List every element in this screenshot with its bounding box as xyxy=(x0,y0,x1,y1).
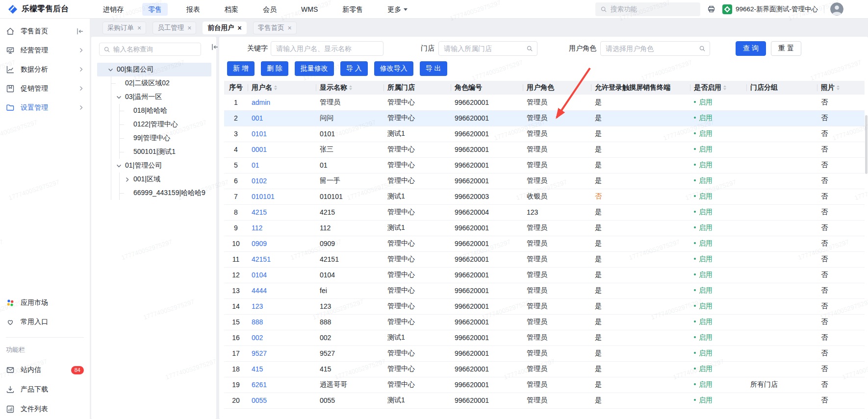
chevron-right-icon[interactable] xyxy=(125,177,133,182)
table-row[interactable]: 9 112 112 测试1 996620001 管理员 是 启用 否 xyxy=(224,220,865,236)
table-row[interactable]: 15 888 888 管理中心 996620001 管理员 是 启用 否 xyxy=(224,314,865,330)
reset-button[interactable]: 重 置 xyxy=(771,41,801,56)
username-link[interactable]: 0001 xyxy=(252,146,267,153)
table-row[interactable]: 14 123 123 管理中心 996620001 管理员 是 启用 否 xyxy=(224,298,865,314)
table-row[interactable]: 5 01 01 管理中心 996620001 管理员 是 启用 否 xyxy=(224,157,865,173)
tree-search[interactable] xyxy=(99,43,201,56)
table-row[interactable]: 18 415 415 管理中心 996620001 管理员 是 启用 否 xyxy=(224,361,865,377)
tree-node-1[interactable]: 02|二级区域02 xyxy=(97,76,211,90)
sort-icon[interactable] xyxy=(837,84,840,92)
username-link[interactable]: 01 xyxy=(252,161,259,169)
tab-0[interactable]: 采购订单× xyxy=(102,22,146,34)
action-button-1[interactable]: 删 除 xyxy=(261,61,288,76)
search-icon[interactable] xyxy=(699,45,706,52)
topbar-menu-item-4[interactable]: 会员 xyxy=(257,3,282,16)
username-link[interactable]: 888 xyxy=(252,318,263,326)
topbar-menu-item-3[interactable]: 档案 xyxy=(219,3,244,16)
tree-node-2[interactable]: 03|温州一区 xyxy=(97,90,211,104)
tree-node-7[interactable]: 01|管理公司 xyxy=(97,159,211,173)
close-icon[interactable]: × xyxy=(187,24,191,32)
table-row[interactable]: 7 010101 010101 测试1 996620003 收银员 否 启用 否 xyxy=(224,189,865,204)
tree-node-4[interactable]: 0122|管理中心 xyxy=(97,118,211,131)
column-header-3[interactable]: 所属门店 xyxy=(383,81,451,95)
column-header-5[interactable]: 用户角色 xyxy=(523,81,591,95)
table-row[interactable]: 17 9527 9527 管理中心 996620001 管理员 是 启用 否 xyxy=(224,345,865,361)
sidebar-item-tool-1[interactable]: 产品下载 xyxy=(0,380,90,399)
close-icon[interactable]: × xyxy=(137,24,141,32)
printer-icon[interactable] xyxy=(707,5,715,13)
sidebar-item-main-2[interactable]: 数据分析 xyxy=(0,60,90,79)
username-link[interactable]: 0101 xyxy=(252,130,267,138)
username-link[interactable]: admin xyxy=(252,99,270,106)
username-link[interactable]: 0102 xyxy=(252,177,267,185)
username-link[interactable]: 0909 xyxy=(252,240,267,247)
table-row[interactable]: 19 6261 逍遥哥哥 管理中心 996620001 管理员 是 启用 所有门… xyxy=(224,377,865,393)
action-button-0[interactable]: 新 增 xyxy=(227,61,255,76)
topbar-menu-item-2[interactable]: 报表 xyxy=(180,3,206,16)
username-link[interactable]: 4444 xyxy=(252,287,267,295)
username-link[interactable]: 010101 xyxy=(252,193,275,200)
table-row[interactable]: 3 0101 0101 测试1 996620001 管理员 是 启用 否 xyxy=(224,126,865,142)
username-link[interactable]: 123 xyxy=(252,302,263,310)
tree-node-0[interactable]: 00|集团公司 xyxy=(97,63,211,76)
sort-icon[interactable] xyxy=(723,84,726,92)
table-row[interactable]: 1 admin 管理员 管理中心 996620001 管理员 是 启用 否 xyxy=(224,95,865,110)
chevron-down-icon[interactable] xyxy=(108,67,117,73)
action-button-3[interactable]: 导 入 xyxy=(340,61,368,76)
table-row[interactable]: 10 0909 0909 管理中心 996620001 管理员 是 启用 否 xyxy=(224,236,865,251)
column-header-4[interactable]: 角色编号 xyxy=(451,81,523,95)
column-header-6[interactable]: 允许登录触摸屏销售终端 xyxy=(591,81,690,95)
sort-icon[interactable] xyxy=(274,84,277,92)
store-input[interactable] xyxy=(439,45,526,52)
column-header-9[interactable]: 照片 xyxy=(817,81,865,95)
global-search[interactable] xyxy=(595,2,700,16)
table-row[interactable]: 12 0104 0104 管理中心 996620001 管理员 是 启用 否 xyxy=(224,267,865,283)
keyword-input[interactable] xyxy=(271,41,383,56)
sort-icon[interactable] xyxy=(349,84,352,92)
sidebar-item-main-3[interactable]: 促销管理 xyxy=(0,79,90,98)
column-header-7[interactable]: 是否启用 xyxy=(690,81,746,95)
action-button-2[interactable]: 批量修改 xyxy=(295,61,334,76)
tab-2[interactable]: 前台用户× xyxy=(203,22,246,34)
action-button-4[interactable]: 修改导入 xyxy=(374,61,413,76)
username-link[interactable]: 002 xyxy=(252,334,263,342)
sidebar-item-tool-0[interactable]: 站内信84 xyxy=(0,360,90,380)
collapse-sidebar-icon[interactable] xyxy=(76,27,84,35)
tab-1[interactable]: 员工管理× xyxy=(153,22,196,34)
column-header-8[interactable]: 门店分组 xyxy=(746,81,817,95)
username-link[interactable]: 0104 xyxy=(252,271,267,279)
username-link[interactable]: 4215 xyxy=(252,208,267,216)
table-row[interactable]: 11 42151 42151 管理中心 996620001 管理员 是 启用 否 xyxy=(224,251,865,267)
topbar-menu-item-6[interactable]: 新零售 xyxy=(336,3,369,16)
role-select[interactable] xyxy=(600,41,710,56)
username-link[interactable]: 6261 xyxy=(252,381,267,389)
user-avatar[interactable] xyxy=(830,2,843,16)
tab-3[interactable]: 零售首页× xyxy=(253,22,297,34)
workspace-switcher[interactable]: 99662-新界面测试-管理中心 xyxy=(722,4,818,14)
sidebar-item-shortcut-1[interactable]: 常用入口 xyxy=(0,312,90,331)
tree-node-9[interactable]: 66999_443159|哈哈哈9 xyxy=(97,186,211,200)
column-header-0[interactable]: 序号 xyxy=(224,81,248,95)
tree-search-input[interactable] xyxy=(113,46,187,53)
username-link[interactable]: 9527 xyxy=(252,349,267,357)
username-link[interactable]: 0055 xyxy=(252,396,267,404)
chevron-down-icon[interactable] xyxy=(116,163,125,169)
sidebar-item-main-4[interactable]: 设置管理 xyxy=(0,98,90,117)
username-link[interactable]: 415 xyxy=(252,365,263,373)
search-button[interactable]: 查 询 xyxy=(736,41,766,56)
role-input[interactable] xyxy=(601,45,699,52)
username-link[interactable]: 001 xyxy=(252,114,263,122)
tree-node-3[interactable]: 018|哈哈哈 xyxy=(97,104,211,118)
tree-node-5[interactable]: 99|管理中心 xyxy=(97,131,211,145)
tree-node-6[interactable]: 500101|测试1 xyxy=(97,145,211,159)
close-icon[interactable]: × xyxy=(288,24,292,32)
topbar-menu-item-7[interactable]: 更多 xyxy=(382,3,413,16)
chevron-down-icon[interactable] xyxy=(116,95,125,100)
sidebar-item-shortcut-0[interactable]: 应用市场 xyxy=(0,293,90,312)
table-row[interactable]: 4 0001 张三 管理中心 996620001 管理员 是 启用 否 xyxy=(224,142,865,157)
table-row[interactable]: 6 0102 留一手 管理中心 996620001 管理员 是 启用 否 xyxy=(224,173,865,189)
sidebar-item-main-0[interactable]: 零售首页 xyxy=(0,22,90,41)
topbar-menu-item-1[interactable]: 零售 xyxy=(142,3,168,16)
tree-node-8[interactable]: 001|区域 xyxy=(97,173,211,186)
table-row[interactable]: 20 0055 0055 测试1 996620001 管理员 是 启用 否 xyxy=(224,393,865,408)
